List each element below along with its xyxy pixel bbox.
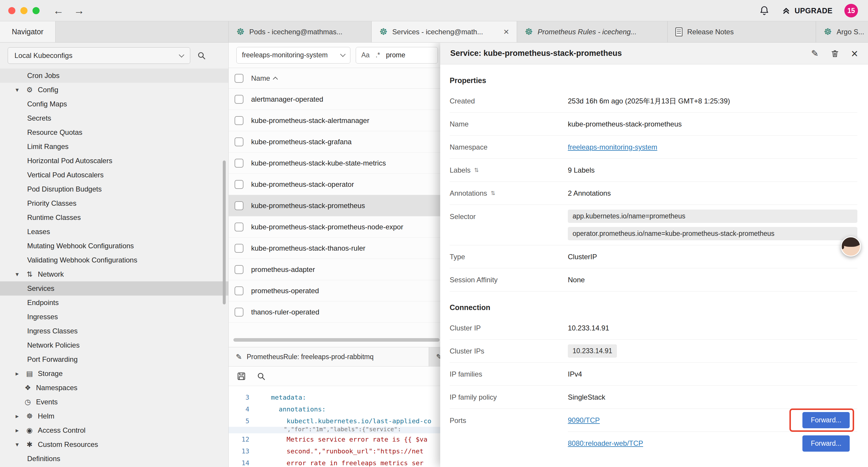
close-tab-icon[interactable]: × (503, 26, 509, 37)
notification-count-badge[interactable]: 15 (844, 4, 858, 18)
sidebar-item[interactable]: Secrets (0, 111, 228, 125)
upgrade-button[interactable]: UPGRADE (781, 6, 833, 16)
tree-chevron-icon[interactable]: ▸ (13, 370, 21, 377)
navigator-panel-tab[interactable]: Navigator (0, 21, 56, 42)
code-line: ","for":"1m","labels":{"service": (229, 427, 440, 433)
sidebar-item[interactable]: Horizontal Pod Autoscalers (0, 154, 228, 168)
cluster-tab[interactable]: ☸ Services - icecheng@math... × (372, 21, 517, 42)
save-icon[interactable] (236, 371, 246, 381)
cluster-tab[interactable]: Release Notes (668, 21, 816, 42)
table-row[interactable]: kube-prometheus-stack-operator (229, 174, 440, 195)
cluster-ip-row: Cluster IP 10.233.14.91 (450, 317, 857, 340)
list-search-input[interactable]: Aa .* prome (356, 47, 438, 63)
close-window-button[interactable] (8, 7, 16, 14)
table-row[interactable]: prometheus-adapter (229, 259, 440, 280)
sidebar-item[interactable]: Vertical Pod Autoscalers (0, 168, 228, 182)
port-link[interactable]: 9090/TCP (568, 416, 600, 425)
name-column-header[interactable]: Name (251, 74, 277, 83)
sidebar-item[interactable]: Pod Disruption Budgets (0, 182, 228, 196)
yaml-editor[interactable]: 3 metadata: 4 annotations: 5 kubectl.kub… (229, 386, 440, 467)
sidebar-item[interactable]: Services (0, 282, 228, 296)
tree-chevron-icon[interactable]: ▾ (13, 271, 21, 278)
expand-collapse-icon[interactable]: ⇅ (491, 190, 495, 197)
sidebar-item[interactable]: Validating Webhook Configurations (0, 253, 228, 267)
table-row[interactable]: kube-prometheus-stack-thanos-ruler (229, 238, 440, 259)
delete-trash-icon[interactable] (831, 49, 839, 58)
forward-button[interactable]: → (74, 5, 85, 16)
sidebar-item[interactable]: Ingress Classes (0, 324, 228, 338)
sidebar-item[interactable]: Cron Jobs (0, 68, 228, 83)
sidebar-item[interactable]: Network Policies (0, 338, 228, 352)
sidebar-item[interactable]: Definitions (0, 451, 228, 466)
editor-dock-tab[interactable]: ✎ PrometheusRule: freeleaps-prod-rabbitm… (229, 347, 429, 366)
minimize-window-button[interactable] (20, 7, 28, 14)
row-checkbox[interactable] (235, 138, 243, 146)
tree-chevron-icon[interactable]: ▸ (13, 427, 21, 434)
regex-toggle[interactable]: .* (375, 51, 380, 59)
sidebar-item[interactable]: Mutating Webhook Configurations (0, 239, 228, 253)
sidebar-item[interactable]: Port Forwarding (0, 352, 228, 367)
cluster-tab[interactable]: ☸ Pods - icecheng@mathmas... (229, 21, 372, 42)
sidebar-item[interactable]: ▸ ☸ Helm (0, 409, 228, 423)
sidebar-item[interactable]: ▸ ◉ Access Control (0, 423, 228, 437)
table-row[interactable]: kube-prometheus-stack-prometheus (229, 195, 440, 216)
match-case-toggle[interactable]: Aa (361, 51, 370, 59)
row-checkbox[interactable] (235, 159, 243, 168)
sidebar-item[interactable]: ◷ Events (0, 395, 228, 409)
row-checkbox[interactable] (235, 116, 243, 125)
edit-pencil-icon[interactable]: ✎ (811, 48, 819, 59)
sidebar-item[interactable]: ▸ ▤ Storage (0, 367, 228, 381)
row-checkbox[interactable] (235, 95, 243, 104)
port-forward-button[interactable]: Forward... (802, 435, 850, 451)
sidebar-item[interactable]: ▾ ✱ Custom Resources (0, 437, 228, 451)
row-checkbox[interactable] (235, 180, 243, 189)
sidebar-item[interactable]: Leases (0, 225, 228, 239)
sidebar-item[interactable]: Config Maps (0, 97, 228, 111)
namespace-filter-dropdown[interactable]: freeleaps-monitoring-system (236, 47, 350, 63)
port-link[interactable]: 8080:reloader-web/TCP (568, 439, 643, 447)
sidebar-item[interactable]: ▾ ⚙ Config (0, 83, 228, 97)
sidebar-item[interactable]: Runtime Classes (0, 210, 228, 225)
cluster-tab[interactable]: ☸ Prometheus Rules - icecheng... (517, 21, 668, 42)
expand-collapse-icon[interactable]: ⇅ (474, 167, 479, 174)
sidebar-item[interactable]: Endpoints (0, 296, 228, 310)
row-checkbox[interactable] (235, 201, 243, 210)
row-checkbox[interactable] (235, 244, 243, 253)
zoom-window-button[interactable] (32, 7, 39, 14)
sidebar-item[interactable]: Limit Ranges (0, 140, 228, 154)
namespace-link[interactable]: freeleaps-monitoring-system (568, 143, 657, 151)
row-checkbox[interactable] (235, 308, 243, 317)
edit-pencil-icon: ✎ (236, 353, 242, 361)
table-row[interactable]: kube-prometheus-stack-grafana (229, 131, 440, 152)
editor-search-icon[interactable] (256, 372, 266, 381)
notifications-bell-icon[interactable] (759, 5, 770, 16)
close-drawer-icon[interactable]: × (851, 48, 858, 59)
tree-chevron-icon[interactable]: ▾ (13, 86, 21, 93)
floating-avatar[interactable] (841, 236, 861, 257)
horizontal-scrollbar[interactable] (234, 338, 440, 342)
port-entry: 9090/TCP Forward... (568, 409, 857, 432)
tree-chevron-icon[interactable]: ▾ (13, 441, 21, 448)
cluster-tab[interactable]: ☸ Argo S... (816, 21, 868, 42)
sidebar-search-icon[interactable] (197, 51, 206, 60)
row-checkbox[interactable] (235, 286, 243, 295)
select-all-checkbox[interactable] (235, 74, 243, 83)
table-row[interactable]: thanos-ruler-operated (229, 301, 440, 323)
row-checkbox[interactable] (235, 223, 243, 231)
kubeconfig-dropdown[interactable]: Local Kubeconfigs (8, 47, 190, 64)
table-row[interactable]: alertmanager-operated (229, 89, 440, 110)
sidebar-item[interactable]: Ingresses (0, 310, 228, 324)
table-row[interactable]: kube-prometheus-stack-alertmanager (229, 110, 440, 131)
sidebar-item[interactable]: Resource Quotas (0, 125, 228, 140)
table-row[interactable]: prometheus-operated (229, 280, 440, 301)
sidebar-item[interactable]: ❖ Namespaces (0, 381, 228, 395)
row-checkbox[interactable] (235, 265, 243, 274)
table-row[interactable]: kube-prometheus-stack-prometheus-node-ex… (229, 216, 440, 238)
sidebar-item[interactable]: Priority Classes (0, 196, 228, 210)
sidebar-scrollbar[interactable] (223, 160, 226, 304)
back-button[interactable]: ← (53, 5, 64, 16)
sidebar-item[interactable]: ▾ ⇅ Network (0, 267, 228, 282)
tree-chevron-icon[interactable]: ▸ (13, 413, 21, 420)
table-row[interactable]: kube-prometheus-stack-kube-state-metrics (229, 152, 440, 174)
port-forward-button[interactable]: Forward... (802, 412, 850, 428)
